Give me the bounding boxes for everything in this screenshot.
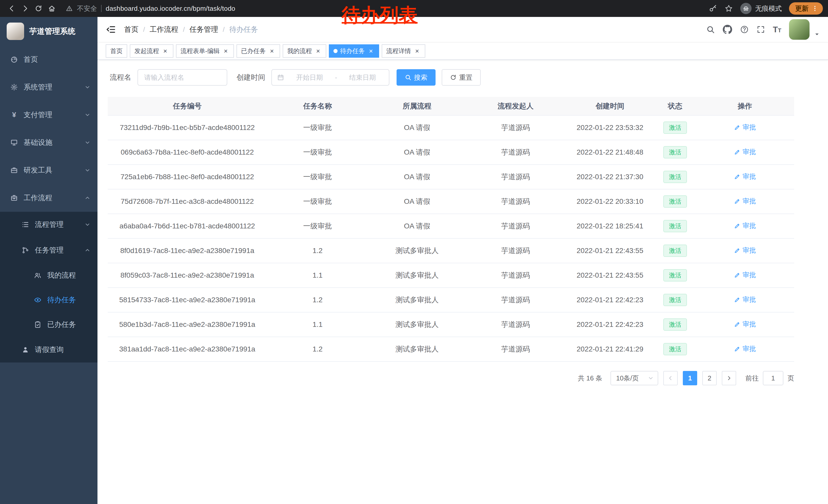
- cell-create-time: 2022-01-21 22:43:55: [565, 263, 655, 288]
- goto-suffix: 页: [787, 374, 794, 383]
- cell-process: 测试多审批人: [368, 288, 466, 312]
- browser-back-button[interactable]: [5, 2, 18, 15]
- approve-button[interactable]: 审批: [734, 320, 756, 329]
- cell-process: 测试多审批人: [368, 238, 466, 263]
- goto-page-input[interactable]: [763, 371, 783, 385]
- tab-process-form-edit[interactable]: 流程表单-编辑: [176, 44, 234, 58]
- security-label: 不安全: [77, 4, 97, 13]
- tab-start-process[interactable]: 发起流程: [130, 44, 173, 58]
- cell-initiator: 芋道源码: [466, 214, 565, 238]
- arrow-right-icon: [21, 5, 29, 12]
- date-range-picker[interactable]: 开始日期 - 结束日期: [272, 69, 389, 86]
- font-size-icon[interactable]: [773, 26, 781, 34]
- annotation-overlay: 待办列表: [342, 3, 418, 28]
- browser-home-button[interactable]: [45, 2, 58, 15]
- close-icon[interactable]: [162, 47, 169, 55]
- cell-create-time: 2022-01-21 22:42:23: [565, 312, 655, 337]
- approve-button[interactable]: 审批: [734, 344, 756, 353]
- sidebar-item-done-tasks[interactable]: 已办任务: [0, 312, 97, 337]
- page-size-select[interactable]: 10条/页: [611, 371, 658, 385]
- key-icon[interactable]: [708, 4, 717, 13]
- breadcrumb-item-home[interactable]: 首页: [124, 25, 138, 34]
- search-button[interactable]: 搜索: [397, 69, 436, 86]
- close-icon[interactable]: [268, 47, 276, 55]
- approve-button[interactable]: 审批: [734, 270, 756, 279]
- table-row: 580e1b3d-7ac8-11ec-a9e2-a2380e71991a 1.1…: [108, 312, 794, 337]
- yen-icon: [10, 111, 18, 119]
- chevron-up-icon: [85, 247, 90, 253]
- help-icon[interactable]: [740, 25, 749, 34]
- column-header-create-time: 创建时间: [565, 97, 655, 116]
- browser-update-button[interactable]: 更新: [789, 2, 823, 15]
- approve-button[interactable]: 审批: [734, 295, 756, 304]
- app-logo-row[interactable]: 芋道管理系统: [0, 17, 97, 46]
- tab-process-detail[interactable]: 流程详情: [382, 44, 425, 58]
- approve-button[interactable]: 审批: [734, 197, 756, 205]
- close-icon[interactable]: [413, 47, 421, 55]
- breadcrumb: 首页 工作流程 任务管理 待办任务: [124, 25, 258, 34]
- sidebar-item-infrastructure[interactable]: 基础设施: [0, 129, 97, 156]
- page-button-1[interactable]: 1: [683, 371, 697, 385]
- more-vertical-icon[interactable]: [812, 5, 818, 12]
- status-badge: 激活: [663, 318, 687, 330]
- fullscreen-icon[interactable]: [756, 25, 765, 34]
- close-icon[interactable]: [367, 47, 374, 55]
- address-bar[interactable]: 不安全 dashboard.yudao.iocoder.cn/bpm/task/…: [66, 4, 235, 13]
- browser-actions: 无痕模式 更新: [708, 2, 823, 15]
- approve-button[interactable]: 审批: [734, 147, 756, 156]
- sidebar-item-workflow[interactable]: 工作流程: [0, 184, 97, 212]
- user-avatar[interactable]: [789, 19, 810, 40]
- sidebar-item-task-management[interactable]: 任务管理: [0, 237, 97, 263]
- tab-my-processes[interactable]: 我的流程: [283, 44, 326, 58]
- tabs-bar: 首页 发起流程 流程表单-编辑 已办任务 我的流程 待办任务: [97, 43, 828, 60]
- approve-button[interactable]: 审批: [734, 172, 756, 181]
- sidebar-item-leave-query[interactable]: 请假查询: [0, 337, 97, 363]
- reset-button[interactable]: 重置: [442, 69, 481, 86]
- status-badge: 激活: [663, 122, 687, 134]
- sidebar-item-system[interactable]: 系统管理: [0, 73, 97, 101]
- page-button-2[interactable]: 2: [702, 371, 717, 385]
- column-header-status: 状态: [655, 97, 696, 116]
- incognito-badge[interactable]: 无痕模式: [740, 3, 782, 14]
- clipboard-check-icon: [34, 321, 42, 328]
- approve-button[interactable]: 审批: [734, 123, 756, 132]
- column-header-initiator: 流程发起人: [466, 97, 565, 116]
- process-name-input[interactable]: [137, 69, 227, 86]
- cell-task-name: 一级审批: [267, 116, 368, 140]
- caret-down-icon[interactable]: [814, 32, 820, 37]
- next-page-button[interactable]: [722, 371, 736, 385]
- cell-create-time: 2022-01-22 18:25:41: [565, 214, 655, 238]
- sidebar-item-todo-tasks[interactable]: 待办任务: [0, 288, 97, 312]
- bookmark-star-icon[interactable]: [724, 4, 733, 13]
- sidebar-item-home[interactable]: 首页: [0, 46, 97, 73]
- search-icon[interactable]: [706, 25, 715, 34]
- sidebar-item-dev-tools[interactable]: 研发工具: [0, 156, 97, 184]
- breadcrumb-item-task-management[interactable]: 任务管理: [189, 25, 218, 34]
- chevron-down-icon: [85, 84, 90, 90]
- breadcrumb-item-workflow[interactable]: 工作流程: [150, 25, 178, 34]
- tab-todo-tasks[interactable]: 待办任务: [329, 44, 379, 58]
- tab-home[interactable]: 首页: [106, 44, 127, 58]
- menu-fold-icon[interactable]: [106, 25, 116, 35]
- browser-forward-button[interactable]: [18, 2, 32, 15]
- cell-initiator: 芋道源码: [466, 238, 565, 263]
- breadcrumb-separator: [223, 26, 224, 34]
- approve-button[interactable]: 审批: [734, 246, 756, 255]
- close-icon[interactable]: [315, 47, 322, 55]
- refresh-icon: [450, 74, 457, 81]
- chevron-up-icon: [85, 195, 90, 201]
- close-icon[interactable]: [222, 47, 229, 55]
- sidebar-item-my-processes[interactable]: 我的流程: [0, 263, 97, 288]
- column-header-task-id: 任务编号: [108, 97, 267, 116]
- sidebar-item-process-management[interactable]: 流程管理: [0, 212, 97, 237]
- cell-task-name: 一级审批: [267, 214, 368, 238]
- github-icon[interactable]: [722, 25, 732, 34]
- browser-refresh-button[interactable]: [32, 2, 45, 15]
- chevron-left-icon: [667, 375, 673, 381]
- start-date-placeholder: 开始日期: [288, 73, 331, 82]
- tab-done-tasks[interactable]: 已办任务: [237, 44, 280, 58]
- prev-page-button[interactable]: [663, 371, 678, 385]
- cell-task-id: 381aa1dd-7ac8-11ec-a9e2-a2380e71991a: [108, 337, 267, 362]
- approve-button[interactable]: 审批: [734, 221, 756, 230]
- sidebar-item-payment[interactable]: 支付管理: [0, 101, 97, 129]
